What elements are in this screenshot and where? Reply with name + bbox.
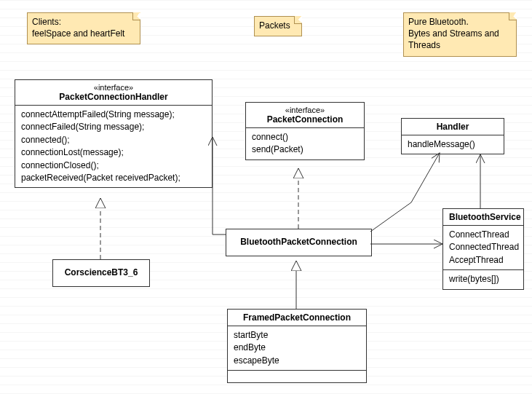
class-name: BluetoothPacketConnection bbox=[232, 237, 365, 247]
methods bbox=[228, 371, 366, 382]
attributes: startByte endByte escapeByte bbox=[228, 326, 366, 371]
attribute: AcceptThread bbox=[449, 254, 517, 267]
method: send(Packet) bbox=[252, 143, 358, 156]
class-packetconnectionhandler: «interface» PacketConnectionHandler conn… bbox=[15, 79, 213, 188]
class-head: CorscienceBT3_6 bbox=[53, 260, 149, 286]
class-head: «interface» PacketConnection bbox=[246, 103, 364, 128]
note-text: Packets bbox=[259, 20, 290, 31]
methods: write(bytes[]) bbox=[443, 270, 523, 288]
class-name: BluetoothService bbox=[449, 212, 517, 222]
class-corsciencebt36: CorscienceBT3_6 bbox=[52, 259, 150, 287]
method: connectFailed(String message); bbox=[21, 121, 206, 133]
attribute: ConnectedThread bbox=[449, 241, 517, 253]
method: handleMessage() bbox=[408, 138, 498, 151]
stereotype: «interface» bbox=[21, 83, 206, 92]
method: write(bytes[]) bbox=[449, 273, 517, 285]
class-head: FramedPacketConnection bbox=[228, 310, 366, 326]
method: connectionClosed(); bbox=[21, 159, 206, 172]
note-text: Clients:feelSpace and heartFelt bbox=[32, 17, 124, 39]
note-bluetooth: Pure Bluetooth.Bytes and Streams andThre… bbox=[403, 12, 517, 57]
methods: connect() send(Packet) bbox=[246, 128, 364, 159]
class-name: PacketConnectionHandler bbox=[21, 92, 206, 102]
class-framedpacketconnection: FramedPacketConnection startByte endByte… bbox=[227, 309, 367, 383]
note-packets: Packets bbox=[254, 16, 302, 36]
method: packetReceived(Packet receivedPacket); bbox=[21, 172, 206, 184]
attribute: endByte bbox=[234, 342, 360, 354]
class-packetconnection: «interface» PacketConnection connect() s… bbox=[245, 102, 365, 160]
class-head: «interface» PacketConnectionHandler bbox=[15, 80, 212, 106]
class-bluetoothservice: BluetoothService ConnectThread Connected… bbox=[442, 208, 524, 290]
method: connectionLost(message); bbox=[21, 146, 206, 159]
method: connect() bbox=[252, 131, 358, 143]
attribute: escapeByte bbox=[234, 355, 360, 367]
note-text: Pure Bluetooth.Bytes and Streams andThre… bbox=[408, 17, 499, 50]
stereotype: «interface» bbox=[252, 106, 358, 114]
attribute: startByte bbox=[234, 329, 360, 342]
class-bluetoothpacketconnection: BluetoothPacketConnection bbox=[226, 229, 372, 256]
method: connectAttemptFailed(String message); bbox=[21, 109, 206, 121]
class-name: PacketConnection bbox=[252, 114, 358, 125]
class-name: FramedPacketConnection bbox=[234, 312, 360, 323]
class-name: CorscienceBT3_6 bbox=[59, 267, 143, 277]
class-handler: Handler handleMessage() bbox=[401, 118, 504, 154]
class-head: BluetoothService bbox=[443, 209, 523, 226]
method: connected(); bbox=[21, 134, 206, 146]
attribute: ConnectThread bbox=[449, 229, 517, 241]
class-name: Handler bbox=[408, 122, 498, 132]
methods: handleMessage() bbox=[402, 135, 504, 154]
methods: connectAttemptFailed(String message); co… bbox=[15, 106, 212, 187]
note-clients: Clients:feelSpace and heartFelt bbox=[27, 12, 140, 44]
attributes: ConnectThread ConnectedThread AcceptThre… bbox=[443, 226, 523, 270]
class-head: BluetoothPacketConnection bbox=[226, 229, 371, 256]
class-head: Handler bbox=[402, 119, 504, 135]
